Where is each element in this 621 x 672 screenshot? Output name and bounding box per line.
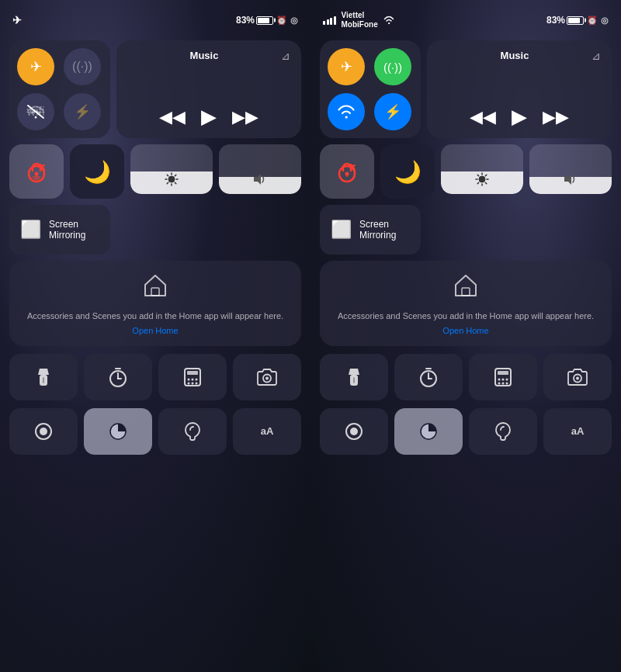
left-flashlight-btn[interactable] bbox=[9, 354, 78, 400]
right-brightness-icon bbox=[475, 172, 489, 194]
right-screen-mirror-btn[interactable]: ⬜ Screen Mirroring bbox=[320, 205, 421, 255]
left-screen-mirror-label: Screen Mirroring bbox=[49, 219, 85, 241]
left-second-row: 🌙 bbox=[9, 144, 301, 199]
right-moon-btn[interactable]: 🌙 bbox=[380, 144, 435, 199]
left-screen-mirror-btn[interactable]: ⬜ Screen Mirroring bbox=[9, 205, 110, 255]
right-home-icon bbox=[328, 272, 604, 305]
left-screen-record-btn[interactable] bbox=[9, 408, 78, 455]
right-text-size-btn[interactable]: aA bbox=[543, 408, 612, 455]
right-battery: 83% bbox=[546, 15, 584, 26]
right-text-size-label: aA bbox=[571, 425, 585, 437]
right-tools-row1 bbox=[320, 354, 612, 400]
svg-point-66 bbox=[350, 428, 358, 435]
svg-point-60 bbox=[498, 382, 501, 384]
left-text-size-label: aA bbox=[261, 425, 274, 437]
right-battery-fill bbox=[568, 18, 580, 23]
left-calculator-btn[interactable] bbox=[158, 354, 227, 400]
right-battery-pct: 83% bbox=[546, 15, 565, 26]
left-brightness-icon bbox=[165, 172, 179, 194]
left-text-size-btn[interactable]: aA bbox=[233, 408, 301, 455]
svg-point-27 bbox=[188, 382, 190, 384]
right-brightness-slider[interactable] bbox=[441, 144, 523, 194]
svg-line-44 bbox=[485, 175, 486, 175]
svg-point-28 bbox=[192, 382, 194, 384]
left-volume-slider[interactable] bbox=[219, 144, 301, 194]
left-display-btn[interactable] bbox=[84, 408, 152, 455]
right-connectivity-block: ✈ ((·)) ⚡ bbox=[320, 40, 421, 138]
right-play-btn[interactable]: ▶ bbox=[512, 105, 527, 129]
left-airplane-icon: ✈ bbox=[12, 14, 22, 26]
right-screen-record-btn[interactable] bbox=[320, 408, 388, 455]
right-calculator-btn[interactable] bbox=[469, 354, 537, 400]
right-volume-icon bbox=[564, 172, 578, 194]
right-wifi-btn[interactable] bbox=[328, 93, 365, 130]
svg-point-31 bbox=[265, 376, 269, 379]
left-wifi-svg bbox=[26, 103, 46, 120]
right-prev-btn[interactable]: ◀◀ bbox=[470, 107, 496, 127]
svg-point-26 bbox=[196, 378, 198, 380]
right-hearing-btn[interactable] bbox=[469, 408, 537, 455]
right-display-btn[interactable] bbox=[394, 408, 463, 455]
svg-point-59 bbox=[506, 378, 508, 380]
left-airplane-btn[interactable]: ✈ bbox=[17, 48, 54, 85]
right-signal-bars bbox=[323, 16, 336, 25]
right-open-home-link[interactable]: Open Home bbox=[328, 326, 604, 335]
left-tools-row1 bbox=[9, 354, 301, 400]
right-third-row: ⬜ Screen Mirroring bbox=[320, 205, 612, 255]
right-bluetooth-icon: ⚡ bbox=[384, 103, 401, 120]
right-wifi-btn-icon bbox=[337, 104, 356, 120]
left-camera-btn[interactable] bbox=[233, 354, 301, 400]
left-cellular-btn[interactable]: ((·)) bbox=[64, 48, 101, 85]
left-lock-btn[interactable] bbox=[9, 144, 64, 199]
left-airplay-icon[interactable]: ⊿ bbox=[281, 50, 290, 62]
left-cc-container: ✈ ((·)) wifi ⚡ bbox=[0, 34, 310, 461]
left-screen-mirror-icon: ⬜ bbox=[20, 220, 41, 240]
left-top-row: ✈ ((·)) wifi ⚡ bbox=[9, 40, 301, 138]
svg-marker-48 bbox=[349, 369, 359, 375]
right-cellular-btn[interactable]: ((·)) bbox=[374, 48, 411, 85]
left-play-btn[interactable]: ▶ bbox=[201, 105, 217, 129]
left-music-controls: ◀◀ ▶ ▶▶ bbox=[127, 105, 290, 129]
left-phone-panel: ✈ 83% ⏰ ◎ ✈ ((·)) bbox=[0, 0, 310, 672]
left-wifi-btn[interactable]: wifi bbox=[17, 93, 54, 130]
svg-point-24 bbox=[188, 378, 190, 380]
left-hearing-btn[interactable] bbox=[158, 408, 227, 455]
svg-line-10 bbox=[175, 182, 175, 183]
right-status-right: 83% ⏰ ◎ bbox=[546, 15, 609, 26]
right-bluetooth-btn[interactable]: ⚡ bbox=[374, 93, 411, 130]
left-moon-btn[interactable]: 🌙 bbox=[70, 144, 124, 199]
left-volume-icon bbox=[253, 172, 267, 194]
left-music-header: Music ⊿ bbox=[127, 50, 290, 62]
right-screen-mirror-icon: ⬜ bbox=[331, 220, 352, 240]
right-camera-btn[interactable] bbox=[543, 354, 612, 400]
right-battery-body bbox=[567, 16, 584, 25]
right-airplane-btn[interactable]: ✈ bbox=[328, 48, 365, 85]
left-cellular-icon: ((·)) bbox=[72, 60, 92, 74]
left-timer-btn[interactable] bbox=[84, 354, 152, 400]
right-location-icon: ◎ bbox=[601, 16, 609, 26]
left-moon-icon: 🌙 bbox=[84, 159, 111, 185]
right-timer-btn[interactable] bbox=[394, 354, 463, 400]
right-lock-btn[interactable] bbox=[320, 144, 374, 199]
right-carriers: Viettel MobiFone bbox=[342, 11, 378, 29]
left-next-btn[interactable]: ▶▶ bbox=[232, 107, 258, 127]
svg-point-29 bbox=[196, 382, 198, 384]
right-airplay-icon[interactable]: ⊿ bbox=[592, 50, 601, 62]
right-cc-container: ✈ ((·)) ⚡ bbox=[310, 34, 621, 461]
svg-point-0 bbox=[35, 116, 37, 119]
left-open-home-link[interactable]: Open Home bbox=[17, 326, 293, 335]
right-music-controls: ◀◀ ▶ ▶▶ bbox=[438, 105, 601, 129]
left-brightness-slider[interactable] bbox=[130, 144, 213, 194]
right-volume-slider[interactable] bbox=[529, 144, 612, 194]
left-bluetooth-btn[interactable]: ⚡ bbox=[64, 93, 101, 130]
right-next-btn[interactable]: ▶▶ bbox=[543, 107, 569, 127]
svg-line-45 bbox=[477, 182, 478, 183]
left-tools-row2: aA bbox=[9, 408, 301, 455]
left-status-right: 83% ⏰ ◎ bbox=[236, 15, 298, 26]
svg-line-11 bbox=[175, 175, 175, 175]
svg-point-25 bbox=[192, 378, 194, 380]
svg-point-62 bbox=[506, 382, 508, 384]
left-prev-btn[interactable]: ◀◀ bbox=[159, 107, 186, 127]
right-flashlight-btn[interactable] bbox=[320, 354, 388, 400]
svg-point-33 bbox=[40, 428, 47, 435]
